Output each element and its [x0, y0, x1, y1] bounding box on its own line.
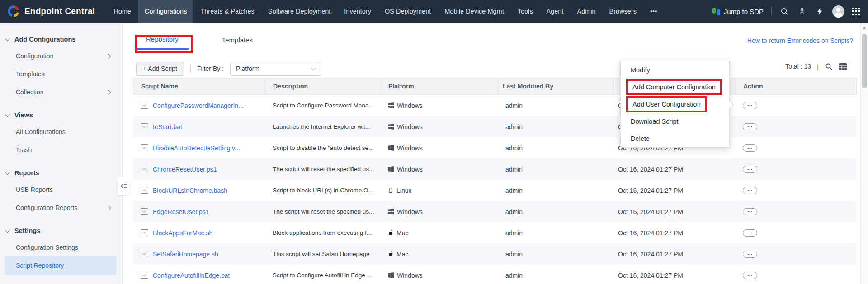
chevron-right-icon: [107, 54, 111, 58]
sidebar-section: Add Configurations Configuration Templat…: [0, 32, 122, 101]
table-row: IeStart.bat Launches the Internet Explor…: [133, 116, 857, 137]
nav-item[interactable]: Configurations: [138, 0, 194, 23]
last-modified-by: admin: [498, 201, 613, 222]
flash-lightning-icon[interactable]: [815, 6, 825, 16]
search-icon[interactable]: [779, 6, 789, 16]
platform-filter-dropdown[interactable]: Platform: [230, 62, 321, 76]
apps-grid-icon[interactable]: [852, 8, 860, 15]
script-name-link[interactable]: ChromeResetUser.ps1: [153, 166, 217, 173]
chevron-down-icon: [5, 228, 10, 233]
nav-item[interactable]: Tools: [511, 0, 540, 23]
nav-item[interactable]: Admin: [570, 0, 602, 23]
script-name-link[interactable]: EdgeResetUser.ps1: [153, 208, 209, 215]
sidebar-section-header[interactable]: Add Configurations: [0, 32, 122, 47]
nav-item[interactable]: Agent: [540, 0, 571, 23]
whats-new-rocket-icon[interactable]: [797, 6, 807, 16]
table-search-icon[interactable]: [825, 62, 833, 70]
context-menu-item[interactable]: Add User Configuration: [621, 96, 729, 113]
chevron-down-icon: [311, 65, 316, 70]
nav-item[interactable]: OS Deployment: [378, 0, 438, 23]
script-name-link[interactable]: DisableAutoDetectIeSetting.v...: [153, 144, 240, 152]
platform-cell: Windows: [380, 95, 498, 116]
script-file-icon: [141, 208, 148, 215]
script-file-icon: [141, 251, 148, 257]
sidebar-item[interactable]: Configuration: [5, 47, 117, 65]
nav-item[interactable]: Browsers: [603, 0, 643, 23]
add-script-button[interactable]: + Add Script: [136, 62, 184, 76]
toolbar: + Add Script Filter By : Platform: [136, 61, 321, 76]
row-actions-ellipsis-button[interactable]: [743, 166, 757, 173]
sidebar-item[interactable]: Configuration Settings: [5, 238, 117, 256]
last-modified-by: admin: [498, 180, 613, 201]
sidebar-item[interactable]: Script Repository: [5, 256, 117, 275]
nav-item[interactable]: •••: [643, 0, 664, 23]
nav-item[interactable]: Software Deployment: [261, 0, 338, 23]
table-row: BlockURLsInChrome.bash Script to block U…: [133, 180, 857, 201]
windows-icon: [388, 166, 394, 172]
row-actions-ellipsis-button[interactable]: [743, 144, 757, 152]
script-name-link[interactable]: IeStart.bat: [153, 123, 182, 130]
scrollbar-up-arrow[interactable]: [863, 26, 866, 29]
scrollbar-thumb[interactable]: [862, 34, 867, 88]
context-menu-item[interactable]: Download Script: [621, 113, 729, 130]
platform-cell: Windows: [380, 201, 498, 222]
tab[interactable]: Repository: [136, 30, 189, 50]
summary-divider: |: [817, 63, 819, 70]
column-header: Description: [265, 78, 381, 94]
script-description: This script will set Safari Homepage: [265, 243, 380, 265]
sidebar-section-header[interactable]: Settings: [0, 223, 122, 238]
platform-cell: Windows: [380, 265, 498, 284]
sidebar-collapse-toggle[interactable]: [118, 177, 130, 195]
sidebar-section: Reports USB Reports Configuration Report…: [0, 165, 122, 217]
sidebar-item[interactable]: All Configurations: [5, 123, 117, 141]
sidebar-section: Views All Configurations Trash: [0, 107, 122, 159]
sidebar-item[interactable]: Trash: [5, 141, 117, 159]
context-menu-item[interactable]: Modify: [621, 61, 729, 79]
row-actions-ellipsis-button[interactable]: [743, 187, 757, 194]
platform-cell: Linux: [380, 180, 498, 201]
sidebar-item[interactable]: Configuration Reports: [5, 199, 117, 217]
row-actions-ellipsis-button[interactable]: [743, 208, 757, 215]
script-description: Script to Configure Password Mana...: [265, 95, 380, 116]
sidebar-section-header[interactable]: Reports: [0, 165, 122, 181]
tab[interactable]: Templates: [212, 30, 263, 50]
row-actions-ellipsis-button[interactable]: [743, 102, 757, 109]
last-modified-on: Oct 16, 2024 01:27 PM: [613, 265, 735, 284]
table-row: BlockAppsForMac.sh Block applications fr…: [133, 222, 857, 243]
sidebar-item[interactable]: USB Reports: [5, 181, 117, 199]
script-name-link[interactable]: BlockURLsInChrome.bash: [153, 187, 227, 194]
nav-item[interactable]: Inventory: [337, 0, 378, 23]
context-menu-item[interactable]: Delete: [621, 130, 729, 147]
table-header-row: Script Name Description Platform Last Mo…: [133, 78, 857, 95]
nav-item[interactable]: Threats & Patches: [193, 0, 261, 23]
nav-item[interactable]: Mobile Device Mgmt: [438, 0, 510, 23]
chevron-right-icon: [107, 205, 111, 210]
sidebar-item[interactable]: Collection: [5, 83, 117, 101]
linux-icon: [388, 187, 393, 193]
script-name-link[interactable]: ConfigurePasswordManagerIn...: [153, 102, 244, 109]
chevron-right-icon: [107, 90, 111, 94]
script-name-link[interactable]: BlockAppsForMac.sh: [153, 229, 212, 237]
column-header: Last Modified By: [498, 78, 614, 94]
brand[interactable]: Endpoint Central: [0, 0, 107, 23]
row-actions-ellipsis-button[interactable]: [743, 229, 757, 237]
sidebar-item[interactable]: Templates: [5, 65, 117, 83]
column-chooser-icon[interactable]: [839, 62, 847, 70]
row-actions-ellipsis-button[interactable]: [743, 251, 757, 258]
chevron-down-icon: [5, 170, 10, 175]
row-actions-ellipsis-button[interactable]: [743, 123, 757, 130]
jump-to-sdp-button[interactable]: Jump to SDP: [712, 8, 764, 15]
script-name-link[interactable]: SetSafariHomepage.sh: [153, 251, 218, 258]
last-modified-by: admin: [498, 265, 613, 284]
user-avatar[interactable]: [832, 5, 844, 18]
context-menu-item[interactable]: Add Computer Configuration: [621, 79, 729, 96]
navbar-right-cluster: Jump to SDP: [712, 0, 868, 23]
script-description: Block applications from executing f...: [265, 222, 380, 243]
error-codes-help-link[interactable]: How to return Error codes on Scripts?: [747, 37, 853, 44]
script-name-link[interactable]: ConfigureAutofillInEdge.bat: [153, 272, 230, 279]
sidebar-section-header[interactable]: Views: [0, 107, 122, 123]
column-header: Action: [736, 78, 856, 94]
nav-item[interactable]: Home: [107, 0, 138, 23]
row-actions-ellipsis-button[interactable]: [743, 272, 757, 279]
last-modified-by: admin: [498, 95, 613, 116]
